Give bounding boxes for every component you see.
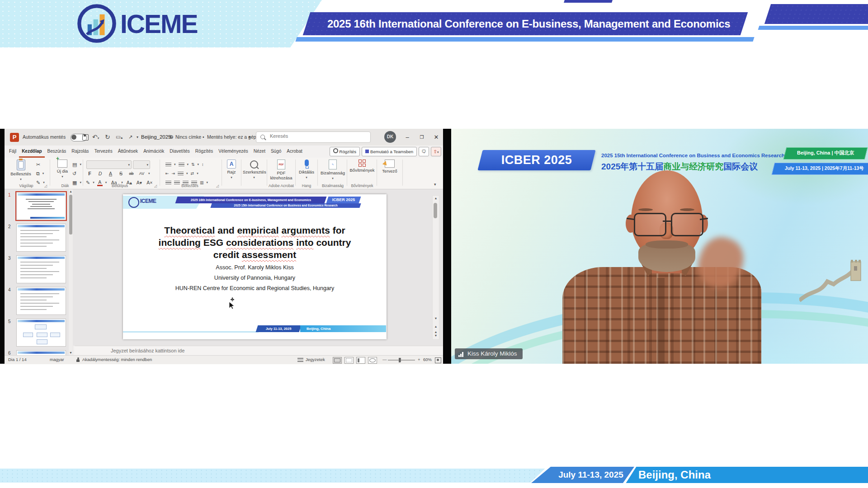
highlighter-button[interactable]: ✎ xyxy=(86,179,90,186)
clear-formatting-button[interactable]: A× xyxy=(146,179,154,186)
underline-button[interactable]: A xyxy=(107,170,114,177)
document-filename[interactable]: Beijing_2025 xyxy=(141,129,171,145)
notes-placeholder[interactable]: Jegyzet beírásához kattintson ide xyxy=(111,346,184,356)
close-button[interactable]: ✕ xyxy=(429,129,443,145)
slide-canvas[interactable]: ICEME 2025 16th International Conference… xyxy=(123,194,387,339)
record-button[interactable]: Rögzítés xyxy=(330,147,360,156)
comments-button[interactable]: 🗨 xyxy=(419,147,429,156)
reset-slide-button[interactable]: ↺ xyxy=(72,170,76,177)
clipboard-dialog-launcher[interactable]: ◿ xyxy=(44,184,47,188)
cut-button[interactable]: ✂ xyxy=(36,161,40,168)
language-indicator[interactable]: magyar xyxy=(50,356,64,364)
editing-button[interactable]: Szerkesztés▾ xyxy=(243,160,265,180)
accessibility-status[interactable]: Akadálymentesség: minden rendben xyxy=(82,356,152,364)
save-icon[interactable] xyxy=(82,134,89,141)
bold-button[interactable]: F xyxy=(86,170,94,177)
font-size-dropdown[interactable]: ▾ xyxy=(133,160,150,169)
normal-view-button[interactable] xyxy=(333,357,342,364)
ribbon-tab-fájl[interactable]: Fájl xyxy=(6,145,19,158)
present-in-teams-button[interactable]: Bemutató a Teamsben xyxy=(362,147,417,156)
notes-toggle-icon[interactable] xyxy=(297,358,303,362)
search-box[interactable] xyxy=(256,131,371,143)
character-spacing-button[interactable]: AV xyxy=(138,170,146,177)
copy-button[interactable]: ⧉▾ xyxy=(36,170,44,177)
slide-thumbnail-4[interactable]: 4 xyxy=(16,287,66,315)
font-name-dropdown[interactable]: ▾ xyxy=(86,160,132,169)
ribbon-tab-rajzolás[interactable]: Rajzolás xyxy=(69,145,91,158)
zoom-out-button[interactable]: — xyxy=(382,356,387,364)
ribbon-tab-kezdőlap[interactable]: Kezdőlap xyxy=(19,145,44,158)
scroll-down-icon[interactable]: ▼ xyxy=(433,316,439,321)
sort-button[interactable]: ↕ xyxy=(202,161,204,168)
undo-icon[interactable]: ↶▾ xyxy=(92,129,99,146)
start-slideshow-icon[interactable]: ▭▴ xyxy=(116,129,123,146)
scrollbar-thumb[interactable] xyxy=(434,203,437,218)
ribbon-tab-diavetítés[interactable]: Diavetítés xyxy=(167,145,192,158)
thumb-scroll-up-icon[interactable]: ▲ xyxy=(69,189,73,194)
columns-button[interactable] xyxy=(178,172,184,176)
sensitivity-button[interactable]: ✎ Bizalmasság▾ xyxy=(320,160,345,181)
slide-scrollbar[interactable]: ▲ ▼ ▲▲ ▼ xyxy=(432,195,439,340)
fit-slide-button[interactable] xyxy=(435,357,441,363)
share-button[interactable]: ⇧▾ xyxy=(431,147,441,156)
new-slide-button[interactable]: Új dia▾ xyxy=(52,160,72,179)
ribbon-tab-nézet[interactable]: Nézet xyxy=(251,145,268,158)
ribbon-tab-áttűnések[interactable]: Áttűnések xyxy=(115,145,141,158)
slide-thumbnail-1[interactable]: 1 xyxy=(16,192,66,220)
numbering-button[interactable] xyxy=(179,163,184,167)
slide-layout-button[interactable]: ▤▾ xyxy=(72,161,81,168)
restore-button[interactable]: ❐ xyxy=(415,129,429,145)
paragraph-dialog-launcher[interactable]: ◿ xyxy=(216,184,219,188)
slide-thumbnail-6[interactable]: 6 xyxy=(16,350,66,355)
ribbon-tab-animációk[interactable]: Animációk xyxy=(141,145,167,158)
ribbon-tab-véleményezés[interactable]: Véleményezés xyxy=(216,145,251,158)
paste-button[interactable]: Beillesztés▾ xyxy=(9,160,33,182)
ribbon-tab-tervezés[interactable]: Tervezés xyxy=(92,145,115,158)
designer-button[interactable]: Tervező xyxy=(379,160,401,174)
font-extra-chevron-icon[interactable]: ▾ xyxy=(148,172,150,175)
zoom-in-button[interactable]: + xyxy=(418,356,420,364)
redo-icon[interactable]: ↻ xyxy=(105,129,110,145)
bullets-button[interactable] xyxy=(165,163,171,167)
next-slide-icon[interactable]: ▼ xyxy=(433,333,439,338)
font-dialog-launcher[interactable]: ◿ xyxy=(154,184,157,188)
save-location-chevron-icon[interactable]: ▾ xyxy=(249,129,250,145)
strikethrough-button[interactable]: S xyxy=(117,170,125,177)
slide-sorter-view-button[interactable] xyxy=(344,357,354,364)
slideshow-view-button[interactable] xyxy=(368,357,377,364)
slide-thumbnail-3[interactable]: 3 xyxy=(16,255,66,283)
text-shadow-button[interactable]: ab xyxy=(127,170,135,177)
notes-bar[interactable]: Jegyzet beírásához kattintson ide xyxy=(75,346,443,356)
share-link-icon[interactable]: ↗ xyxy=(128,129,132,145)
search-input[interactable] xyxy=(269,133,361,139)
dictate-button[interactable]: Diktálás▾ xyxy=(297,160,316,180)
collapse-ribbon-chevron-icon[interactable]: ▾ xyxy=(434,182,436,187)
minimize-button[interactable]: – xyxy=(401,129,414,145)
reading-view-button[interactable] xyxy=(356,357,365,364)
zoom-slider-thumb[interactable] xyxy=(399,358,401,362)
text-direction-button[interactable]: ⇄ xyxy=(191,170,194,177)
ribbon-tab-rögzítés[interactable]: Rögzítés xyxy=(193,145,216,158)
italic-button[interactable]: D xyxy=(96,170,104,177)
zoom-slider-track[interactable] xyxy=(388,360,415,361)
sensitivity-label[interactable]: Nincs címke xyxy=(175,129,201,145)
decrease-indent-button[interactable]: ⇤ xyxy=(165,170,169,177)
increase-indent-button[interactable]: ⇥ xyxy=(172,170,175,177)
slide-thumbnail-5[interactable]: 5 xyxy=(16,319,66,347)
quick-access-chevron-icon[interactable]: ▾ xyxy=(137,129,138,145)
thumbnail-scrollbar[interactable]: ▲ ▼ xyxy=(69,189,73,355)
slide-counter[interactable]: Dia 1 / 14 xyxy=(8,356,27,364)
ribbon-tab-súgó[interactable]: Súgó xyxy=(268,145,284,158)
zoom-level[interactable]: 60% xyxy=(423,356,432,364)
thumb-scroll-down-icon[interactable]: ▼ xyxy=(69,351,73,355)
line-spacing-button[interactable]: ⇅ xyxy=(191,161,195,168)
notes-toggle-label[interactable]: Jegyzetek xyxy=(306,356,325,364)
draw-button[interactable]: A Rajz▾ xyxy=(223,160,240,180)
ribbon-tab-acrobat[interactable]: Acrobat xyxy=(284,145,305,158)
slide-thumbnail-2[interactable]: 2 xyxy=(16,224,66,252)
user-avatar[interactable]: DK xyxy=(384,131,396,143)
thumb-scroll-thumb[interactable] xyxy=(69,195,72,235)
scroll-up-icon[interactable]: ▲ xyxy=(433,196,439,201)
create-pdf-button[interactable]: PDF PDF létrehozása xyxy=(269,160,293,180)
addins-button[interactable]: Bővítmények xyxy=(349,160,375,173)
